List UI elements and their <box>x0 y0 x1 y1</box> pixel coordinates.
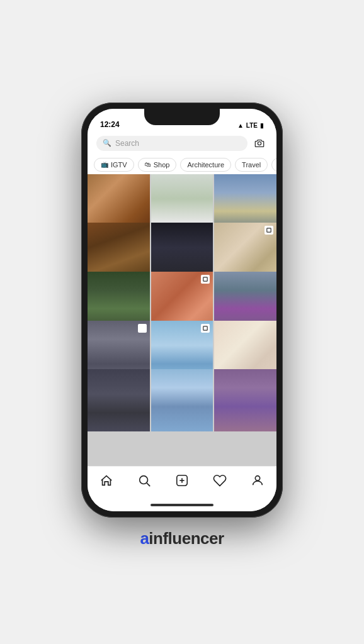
grid-cell-16[interactable] <box>88 418 150 466</box>
svg-rect-2 <box>203 277 207 281</box>
photo-grid <box>88 174 276 466</box>
svg-point-10 <box>255 476 259 480</box>
page-wrapper: 12:24 ▲ LTE ▮ 🔍 Search <box>0 84 364 561</box>
search-bar: 🔍 Search <box>88 131 276 155</box>
multi-icon-10 <box>138 324 147 333</box>
bottom-nav <box>88 466 276 499</box>
tab-shop[interactable]: 🛍 Shop <box>138 158 177 172</box>
brand-a: a <box>140 529 149 548</box>
svg-rect-4 <box>203 326 207 330</box>
igtv-icon: 📺 <box>101 161 108 168</box>
svg-point-0 <box>258 142 261 145</box>
nav-add[interactable] <box>171 469 193 492</box>
shop-icon: 🛍 <box>145 161 151 168</box>
tab-decor[interactable]: Decor <box>271 158 276 172</box>
nav-search[interactable] <box>133 469 156 492</box>
signal-icon: ▲ <box>237 122 244 129</box>
svg-point-5 <box>140 476 148 484</box>
grid-cell-14[interactable] <box>151 369 213 431</box>
camera-search-button[interactable] <box>251 135 268 152</box>
status-time: 12:24 <box>100 120 120 129</box>
home-indicator-bar <box>151 504 213 506</box>
tab-igtv[interactable]: 📺 IGTV <box>94 158 134 172</box>
svg-rect-1 <box>267 228 271 232</box>
search-placeholder: Search <box>115 139 139 148</box>
multi-icon-6 <box>264 226 273 235</box>
multi-icon-8 <box>201 275 210 284</box>
tab-igtv-label: IGTV <box>111 161 127 169</box>
brand-rest: influencer <box>149 529 224 548</box>
tab-travel[interactable]: Travel <box>235 158 268 172</box>
multi-icon-11 <box>201 324 210 333</box>
home-indicator <box>88 499 276 511</box>
search-icon: 🔍 <box>103 139 111 147</box>
svg-rect-3 <box>140 326 144 330</box>
phone-notch <box>144 109 220 125</box>
phone-screen: 12:24 ▲ LTE ▮ 🔍 Search <box>88 109 276 511</box>
status-icons: ▲ LTE ▮ <box>237 122 264 129</box>
svg-line-6 <box>147 483 150 486</box>
phone-shell: 12:24 ▲ LTE ▮ 🔍 Search <box>81 103 283 518</box>
battery-icon: ▮ <box>260 122 264 129</box>
tab-shop-label: Shop <box>154 161 170 169</box>
nav-likes[interactable] <box>208 469 231 492</box>
nav-profile[interactable] <box>246 469 269 492</box>
search-input-wrapper[interactable]: 🔍 Search <box>96 136 247 151</box>
tab-travel-label: Travel <box>242 161 261 169</box>
tab-architecture[interactable]: Architecture <box>180 158 231 172</box>
network-icon: LTE <box>246 122 258 129</box>
brand: ainfluencer <box>140 529 224 548</box>
nav-home[interactable] <box>95 469 118 492</box>
filter-tabs: 📺 IGTV 🛍 Shop Architecture Travel Decor <box>88 155 276 174</box>
tab-architecture-label: Architecture <box>187 161 224 169</box>
grid-cell-15[interactable] <box>214 369 276 431</box>
